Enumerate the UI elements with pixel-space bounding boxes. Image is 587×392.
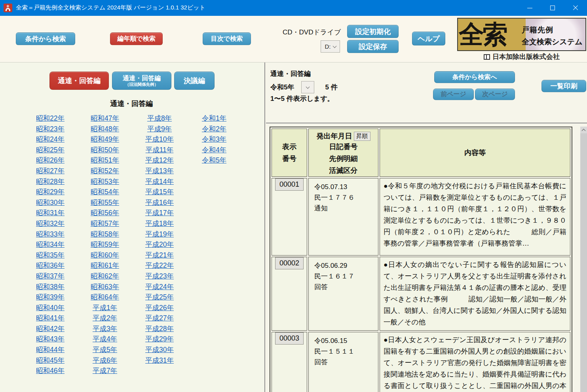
year-link[interactable]: 令和5年 [202, 155, 226, 166]
row-number-button[interactable]: 00003 [275, 332, 304, 345]
year-link[interactable]: 平成24年 [145, 282, 174, 292]
year-link[interactable]: 昭和31年 [36, 208, 65, 218]
year-link[interactable]: 平成30年 [145, 345, 174, 355]
year-link[interactable]: 平成17年 [145, 208, 174, 218]
search-chronological-button[interactable]: 編年順で検索 [110, 32, 163, 45]
year-link[interactable]: 昭和50年 [91, 145, 119, 155]
row-number-button[interactable]: 00002 [275, 257, 304, 269]
vertical-scrollbar[interactable] [580, 127, 587, 392]
year-link[interactable]: 平成7年 [93, 365, 117, 376]
year-link[interactable]: 昭和38年 [36, 282, 65, 292]
minimize-button[interactable] [518, 0, 541, 16]
year-link[interactable]: 平成31年 [145, 355, 174, 366]
year-link[interactable]: 昭和58年 [91, 229, 119, 240]
year-link[interactable]: 平成16年 [145, 197, 174, 208]
print-list-button[interactable]: 一覧印刷 [541, 80, 586, 92]
year-link[interactable]: 昭和47年 [91, 113, 119, 124]
year-link[interactable]: 昭和56年 [91, 208, 119, 218]
search-by-condition-button[interactable]: 条件から検索 [16, 32, 75, 45]
year-link[interactable]: 昭和62年 [91, 271, 119, 282]
year-link[interactable]: 昭和35年 [36, 250, 65, 261]
year-link[interactable]: 平成26年 [145, 303, 174, 313]
year-link[interactable]: 令和2年 [202, 124, 226, 134]
year-link[interactable]: 昭和30年 [36, 197, 65, 208]
year-link[interactable]: 昭和33年 [36, 229, 65, 240]
year-link[interactable]: 平成19年 [145, 229, 174, 240]
year-link[interactable]: 平成23年 [145, 271, 174, 282]
year-link[interactable]: 平成29年 [145, 334, 174, 345]
year-link[interactable]: 平成4年 [93, 334, 117, 345]
year-link[interactable]: 平成13年 [145, 166, 174, 176]
year-link[interactable]: 昭和28年 [36, 176, 65, 187]
year-link[interactable]: 平成8年 [147, 113, 172, 124]
year-link[interactable]: 昭和32年 [36, 218, 65, 229]
search-by-toc-button[interactable]: 目次で検索 [203, 32, 251, 45]
close-button[interactable] [564, 0, 587, 16]
year-link[interactable]: 平成14年 [145, 176, 174, 187]
year-link[interactable]: 昭和23年 [36, 124, 65, 134]
scroll-up-button[interactable] [580, 127, 587, 133]
year-link[interactable]: 昭和44年 [36, 345, 65, 355]
year-link[interactable]: 平成11年 [146, 145, 174, 155]
year-link[interactable]: 令和4年 [202, 145, 226, 155]
year-link[interactable]: 昭和49年 [91, 134, 119, 145]
year-link[interactable]: 昭和22年 [36, 113, 65, 124]
year-link[interactable]: 昭和46年 [36, 365, 65, 376]
year-link[interactable]: 令和1年 [202, 113, 226, 124]
year-link[interactable]: 平成28年 [145, 324, 174, 334]
drive-select[interactable]: D: [321, 40, 340, 53]
year-link[interactable]: 平成6年 [93, 355, 117, 366]
save-settings-button[interactable]: 設定保存 [347, 40, 399, 53]
year-link[interactable]: 平成1年 [93, 303, 117, 313]
year-link[interactable]: 昭和52年 [91, 166, 119, 176]
year-link[interactable]: 昭和25年 [36, 145, 65, 155]
year-link[interactable]: 平成18年 [145, 218, 174, 229]
year-link[interactable]: 昭和24年 [36, 134, 65, 145]
to-condition-search-button[interactable]: 条件から検索へ [434, 71, 515, 83]
year-link[interactable]: 昭和45年 [36, 355, 65, 366]
year-link[interactable]: 昭和37年 [36, 271, 65, 282]
tab-tsutatsu-kaito-old-law[interactable]: 通達・回答編 （旧法関係先例） [112, 72, 171, 90]
year-link[interactable]: 昭和51年 [91, 155, 119, 166]
year-link[interactable]: 昭和27年 [36, 166, 65, 176]
year-link[interactable]: 昭和26年 [36, 155, 65, 166]
year-link[interactable]: 平成9年 [147, 124, 172, 134]
year-link[interactable]: 昭和53年 [91, 176, 119, 187]
year-link[interactable]: 昭和40年 [36, 303, 65, 313]
year-link[interactable]: 昭和55年 [91, 197, 119, 208]
year-link[interactable]: 平成25年 [145, 292, 174, 303]
next-page-button[interactable]: 次ページ [475, 89, 515, 100]
year-link[interactable]: 昭和59年 [91, 239, 119, 250]
year-link[interactable]: 昭和34年 [36, 239, 65, 250]
year-link[interactable]: 昭和29年 [36, 187, 65, 197]
year-link[interactable]: 昭和42年 [36, 324, 65, 334]
sort-ascending-button[interactable]: 昇順 [354, 132, 370, 141]
year-select-dropdown[interactable] [301, 81, 314, 93]
year-link[interactable]: 昭和61年 [91, 260, 119, 271]
year-link[interactable]: 昭和64年 [91, 292, 119, 303]
year-link[interactable]: 昭和39年 [36, 292, 65, 303]
row-number-button[interactable]: 00001 [275, 178, 304, 191]
year-link[interactable]: 平成22年 [145, 260, 174, 271]
year-link[interactable]: 昭和43年 [36, 334, 65, 345]
year-link[interactable]: 平成27年 [145, 313, 174, 324]
year-link[interactable]: 平成5年 [93, 345, 117, 355]
reset-settings-button[interactable]: 設定初期化 [347, 25, 399, 38]
year-link[interactable]: 昭和63年 [91, 282, 119, 292]
year-link[interactable]: 昭和54年 [91, 187, 119, 197]
help-button[interactable]: ヘルプ [412, 32, 445, 45]
year-link[interactable]: 平成21年 [145, 250, 174, 261]
year-link[interactable]: 平成10年 [145, 134, 174, 145]
tab-tsutatsu-kaito[interactable]: 通達・回答編 [49, 72, 109, 90]
year-link[interactable]: 昭和57年 [91, 218, 119, 229]
tab-ketsugi[interactable]: 決議編 [174, 72, 215, 90]
year-link[interactable]: 令和3年 [202, 134, 226, 145]
year-link[interactable]: 平成3年 [93, 324, 117, 334]
prev-page-button[interactable]: 前ページ [433, 89, 474, 100]
year-link[interactable]: 昭和48年 [91, 124, 119, 134]
year-link[interactable]: 平成20年 [145, 239, 174, 250]
maximize-button[interactable] [541, 0, 564, 16]
year-link[interactable]: 平成2年 [93, 313, 117, 324]
year-link[interactable]: 昭和36年 [36, 260, 65, 271]
year-link[interactable]: 昭和41年 [36, 313, 65, 324]
